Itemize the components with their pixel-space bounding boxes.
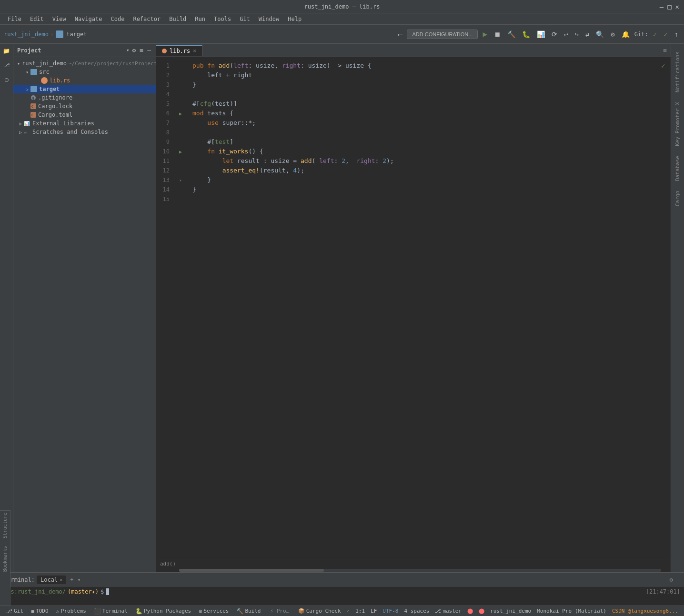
panel-sort-icon[interactable]: ≡ [139,46,144,55]
tree-extlibs[interactable]: ▷ 📊 External Libraries [13,119,156,128]
debug-button[interactable]: 🐛 [520,30,532,39]
search-button[interactable]: 🔍 [594,30,606,39]
menu-help[interactable]: Help [284,15,305,23]
menu-git[interactable]: Git [236,15,254,23]
status-terminal[interactable]: ⬛ Terminal [92,608,130,615]
fn-add: add [219,61,230,71]
menu-run[interactable]: Run [191,15,209,23]
code-content[interactable]: pub fn add(left: usize, right: usize) ->… [189,57,661,559]
stop-button[interactable]: ⏹ [492,30,503,39]
run-test-icon[interactable]: ▶ [179,149,182,154]
status-git[interactable]: ⎇ Git [4,608,25,615]
status-services[interactable]: ⚙ Services [197,608,231,615]
status-problems-label: Problems [61,608,86,614]
menu-tools[interactable]: Tools [210,15,235,23]
menu-refactor[interactable]: Refactor [129,15,164,23]
terminal-add-button[interactable]: + [68,576,75,583]
menu-build[interactable]: Build [165,15,190,23]
key-promoter-label[interactable]: Key Promoter X [673,98,683,150]
line-num-10: 10 [156,147,173,156]
terminal-tab-local[interactable]: Local ✕ [37,576,66,584]
git-push-icon[interactable]: ↑ [673,30,680,39]
project-icon[interactable]: 📁 [1,46,12,56]
status-error-label[interactable]: ⬤ [477,608,486,614]
menu-edit[interactable]: Edit [26,15,48,23]
tree-librs-label: lib.rs [50,77,70,84]
panel-collapse-icon[interactable]: — [146,46,152,55]
coverage-button[interactable]: 📊 [535,30,547,39]
status-cargo-check[interactable]: 📦 Cargo Check [296,608,343,614]
add-configuration-button[interactable]: ADD CONFIGURATION... [407,30,478,39]
tree-cargotoml[interactable]: ▷ C Cargo.toml [13,111,156,119]
menu-file[interactable]: File [4,15,25,23]
fold-13-icon[interactable]: ▾ [179,178,182,183]
maximize-button[interactable]: □ [667,3,671,10]
run-button[interactable]: ▶ [481,29,489,40]
settings-button[interactable]: ⚙ [609,30,616,39]
redo-button[interactable]: ↪ [573,30,580,39]
menu-navigate[interactable]: Navigate [71,15,106,23]
terminal-minimize-icon[interactable]: — [677,576,680,583]
commit-icon[interactable]: ⎇ [1,60,12,71]
bookmarks-panel-label[interactable]: Bookmarks [2,546,8,572]
git-ok-icon[interactable]: ✓ [662,30,669,39]
panel-settings-icon[interactable]: ⚙ [131,46,137,55]
git-check-icon[interactable]: ✓ [651,30,659,39]
refresh-button[interactable]: ⟳ [550,30,559,39]
status-todo-label: TODO [36,608,49,614]
line-num-6: 6 [156,109,173,118]
project-name[interactable]: rust_jni_demo [4,31,49,38]
folder-name[interactable]: target [66,31,87,38]
panel-dropdown[interactable]: ▾ [126,47,130,53]
tree-root[interactable]: ▾ rust_jni_demo ~/Center/project/rustPro… [13,59,156,68]
tree-librs[interactable]: ▷ lib.rs [13,76,156,85]
minimize-button[interactable]: — [660,3,664,10]
build-button[interactable]: 🔨 [505,30,517,39]
status-right: 📦 Cargo Check ✓ 1:1 LF UTF-8 4 spaces ⎇ … [296,608,680,614]
cargo-label[interactable]: Cargo [673,187,683,210]
window-title: rust_jni_demo – lib.rs [304,3,380,10]
tab-librs[interactable]: lib.rs ✕ [156,45,202,56]
status-lf[interactable]: LF [369,608,379,614]
database-label[interactable]: Database [673,152,683,185]
tree-scratches[interactable]: ▷ ✏ Scratches and Consoles [13,128,156,136]
editor-scrollbar[interactable] [156,568,671,572]
tree-gitignore[interactable]: ▷ g .gitignore [13,93,156,102]
status-branch-name[interactable]: ⎇ master [433,608,463,614]
git-icon[interactable]: ◯ [1,74,12,85]
notifications-panel-label[interactable]: Notifications [673,48,683,96]
status-position[interactable]: 1:1 [353,608,367,614]
tree-cargolock[interactable]: ▷ C Cargo.lock [13,102,156,111]
status-build[interactable]: 🔨 Build [234,608,262,615]
terminal-dollar: $ [101,588,104,595]
back-icon[interactable]: ⟵ [396,30,404,39]
status-problems[interactable]: ⚠ Problems [54,608,88,615]
status-encoding[interactable]: UTF-8 [381,608,400,614]
status-todo[interactable]: ≡ TODO [29,608,50,615]
tree-src[interactable]: ▾ src [13,68,156,76]
menu-window[interactable]: Window [255,15,283,23]
run-tests-icon[interactable]: ▶ [179,111,182,116]
status-indent[interactable]: 4 spaces [402,608,431,614]
tree-target[interactable]: ▷ target [13,85,156,93]
svg-text:C: C [31,105,33,109]
notifications-button[interactable]: 🔔 [620,30,632,39]
terminal-tab-close[interactable]: ✕ [60,577,62,582]
git-label: Git: [634,31,648,38]
menu-code[interactable]: Code [107,15,129,23]
undo-button[interactable]: ↩ [562,30,570,39]
terminal-dropdown[interactable]: ▾ [77,576,80,583]
close-button[interactable]: ✕ [675,3,679,10]
structure-panel-label[interactable]: Structure [2,513,8,538]
tab-close-button[interactable]: ✕ [193,48,196,54]
status-python[interactable]: 🐍 Python Packages [133,608,193,615]
tabs-menu-icon[interactable]: ≡ [663,47,667,54]
translate-button[interactable]: ⇄ [583,30,591,39]
terminal-settings-icon[interactable]: ⚙ [670,576,673,583]
scrollbar-thumb[interactable] [179,569,324,572]
status-check-ok[interactable]: ✓ [345,608,352,614]
menu-view[interactable]: View [49,15,70,23]
status-theme[interactable]: Monokai Pro (Material) [535,608,608,614]
window-controls[interactable]: — □ ✕ [660,3,679,10]
status-project-name[interactable]: rust_jni_demo [488,608,533,614]
